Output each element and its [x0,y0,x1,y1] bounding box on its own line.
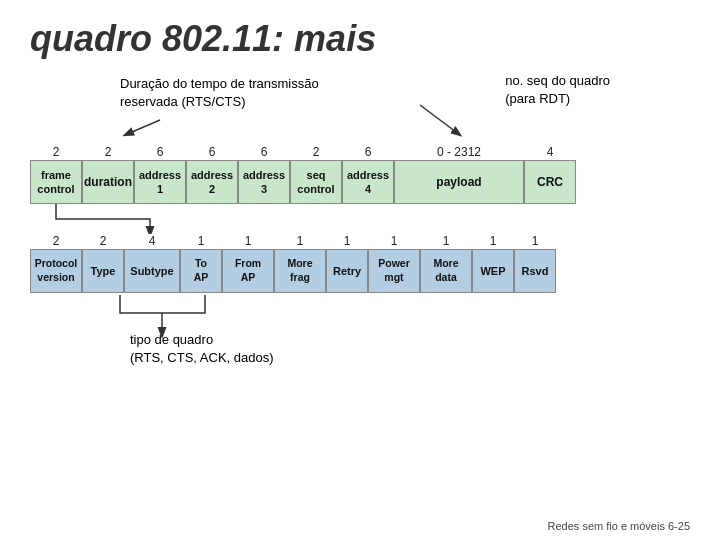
expand-arrow [30,204,690,234]
cell-power-mgt: Power mgt [368,249,420,293]
bnum-retry: 1 [326,234,368,248]
bnum-toap: 1 [180,234,222,248]
cell-address4: address 4 [342,160,394,204]
cell-seq-control: seq control [290,160,342,204]
num-payload: 0 - 2312 [394,145,524,159]
svg-line-1 [420,105,460,135]
bnum-powmgt: 1 [368,234,420,248]
cell-more-data: More data [420,249,472,293]
num-addr1: 6 [134,145,186,159]
cell-crc: CRC [524,160,576,204]
bnum-subtype: 4 [124,234,180,248]
footer-text: Redes sem fio e móveis 6-25 [548,520,690,532]
duration-annotation: Duração do tempo de transmissãoreservada… [120,75,319,111]
cell-address2: address 2 [186,160,238,204]
cell-frame-control: frame control [30,160,82,204]
cell-from-ap: From AP [222,249,274,293]
num-addr4: 6 [342,145,394,159]
cell-type: Type [82,249,124,293]
cell-protocol-version: Protocol version [30,249,82,293]
cell-address1: address 1 [134,160,186,204]
num-frame-control: 2 [30,145,82,159]
svg-line-0 [125,120,160,135]
bnum-morefrag: 1 [274,234,326,248]
page-title: quadro 802.11: mais [0,0,720,70]
bnum-proto: 2 [30,234,82,248]
cell-to-ap: To AP [180,249,222,293]
seq-annotation: no. seq do quadro(para RDT) [505,72,610,108]
caption: tipo de quadro(RTS, CTS, ACK, dados) [130,331,274,367]
num-seq: 2 [290,145,342,159]
bnum-moredata: 1 [420,234,472,248]
cell-rsvd: Rsvd [514,249,556,293]
cell-duration: duration [82,160,134,204]
num-addr2: 6 [186,145,238,159]
num-addr3: 6 [238,145,290,159]
cell-retry: Retry [326,249,368,293]
bnum-type: 2 [82,234,124,248]
cell-payload: payload [394,160,524,204]
cell-address3: address 3 [238,160,290,204]
num-crc: 4 [524,145,576,159]
bnum-rsvd: 1 [514,234,556,248]
cell-more-frag: More frag [274,249,326,293]
bnum-wep: 1 [472,234,514,248]
cell-wep: WEP [472,249,514,293]
bnum-fromap: 1 [222,234,274,248]
num-duration: 2 [82,145,134,159]
cell-subtype: Subtype [124,249,180,293]
